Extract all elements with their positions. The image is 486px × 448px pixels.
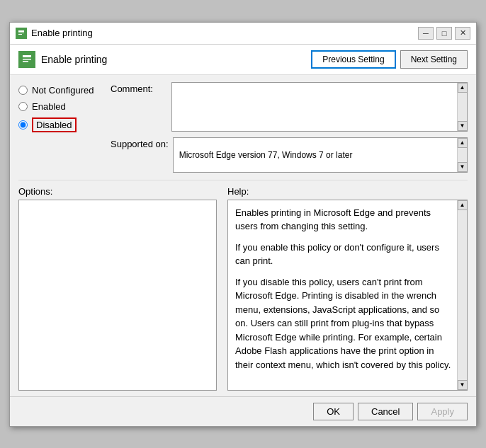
left-panel: Not Configured Enabled Disabled: [18, 82, 103, 173]
options-panel: Options:: [18, 186, 227, 391]
svg-rect-5: [23, 55, 31, 57]
supported-scroll-track: [458, 148, 467, 162]
comment-row: Comment: ▲ ▼: [111, 82, 468, 132]
radio-group: Not Configured Enabled Disabled: [18, 85, 103, 132]
supported-scroll-up[interactable]: ▲: [458, 138, 468, 148]
help-label: Help:: [227, 186, 468, 197]
help-panel: Help: Enables printing in Microsoft Edge…: [227, 186, 468, 391]
header-left: Enable printing: [18, 51, 107, 68]
window-title: Enable printing: [31, 28, 93, 38]
supported-row: Supported on: Microsoft Edge version 77,…: [111, 137, 468, 173]
main-content: Not Configured Enabled Disabled Comment:…: [10, 75, 476, 180]
help-box: Enables printing in Microsoft Edge and p…: [227, 200, 468, 391]
help-para3: If you disable this policy, users can't …: [235, 275, 454, 372]
supported-scroll-down[interactable]: ▼: [458, 162, 468, 172]
ok-button[interactable]: OK: [313, 403, 354, 420]
not-configured-option[interactable]: Not Configured: [18, 85, 103, 96]
not-configured-radio[interactable]: [18, 86, 28, 95]
comment-scroll-up[interactable]: ▲: [458, 83, 468, 93]
close-button[interactable]: ✕: [455, 27, 470, 40]
enabled-option[interactable]: Enabled: [18, 101, 103, 112]
supported-label: Supported on:: [111, 137, 169, 149]
maximize-button[interactable]: □: [436, 27, 452, 40]
window-icon: [16, 28, 27, 39]
enabled-label: Enabled: [32, 101, 66, 112]
options-label: Options:: [18, 186, 227, 197]
cancel-button[interactable]: Cancel: [358, 403, 413, 420]
comment-scroll-track: [458, 93, 467, 121]
main-window: Enable printing ─ □ ✕ Enable printing Pr…: [9, 22, 477, 427]
help-para1: Enables printing in Microsoft Edge and p…: [235, 206, 454, 234]
header-buttons: Previous Setting Next Setting: [311, 50, 468, 69]
title-bar-controls: ─ □ ✕: [418, 27, 470, 40]
enabled-radio[interactable]: [18, 102, 28, 111]
title-bar-left: Enable printing: [16, 28, 93, 39]
svg-rect-3: [18, 34, 22, 35]
comment-label: Comment:: [111, 82, 167, 94]
comment-scrollbar[interactable]: ▲ ▼: [457, 83, 467, 131]
comment-box[interactable]: ▲ ▼: [171, 82, 468, 132]
title-bar: Enable printing ─ □ ✕: [10, 23, 476, 45]
help-scroll-down[interactable]: ▼: [458, 380, 468, 390]
help-scroll-up[interactable]: ▲: [458, 200, 468, 210]
help-para2: If you enable this policy or don't confi…: [235, 241, 454, 268]
help-text: Enables printing in Microsoft Edge and p…: [228, 200, 467, 378]
supported-value: Microsoft Edge version 77, Windows 7 or …: [174, 146, 358, 164]
header-icon: [18, 51, 35, 68]
disabled-option[interactable]: Disabled: [18, 117, 103, 132]
disabled-label: Disabled: [32, 117, 77, 132]
comment-scroll-down[interactable]: ▼: [458, 121, 468, 131]
supported-scrollbar[interactable]: ▲ ▼: [457, 138, 467, 172]
footer: OK Cancel Apply: [10, 396, 476, 426]
next-setting-button[interactable]: Next Setting: [400, 50, 468, 69]
right-panel: Comment: ▲ ▼ Supported on: Microsoft Edg…: [111, 82, 468, 173]
svg-rect-6: [23, 59, 31, 60]
header-bar: Enable printing Previous Setting Next Se…: [10, 45, 476, 75]
apply-button[interactable]: Apply: [417, 403, 468, 420]
disabled-radio[interactable]: [18, 120, 28, 130]
prev-setting-button[interactable]: Previous Setting: [311, 50, 395, 69]
not-configured-label: Not Configured: [32, 85, 94, 96]
supported-box: Microsoft Edge version 77, Windows 7 or …: [173, 137, 468, 173]
header-title: Enable printing: [41, 54, 107, 65]
minimize-button[interactable]: ─: [418, 27, 434, 40]
svg-rect-7: [23, 61, 28, 62]
svg-rect-1: [18, 30, 24, 32]
help-scrollbar[interactable]: ▲ ▼: [457, 200, 467, 390]
bottom-section: Options: Help: Enables printing in Micro…: [18, 180, 468, 391]
options-box: [18, 200, 217, 391]
help-scroll-track: [458, 210, 467, 380]
svg-rect-2: [18, 33, 24, 33]
